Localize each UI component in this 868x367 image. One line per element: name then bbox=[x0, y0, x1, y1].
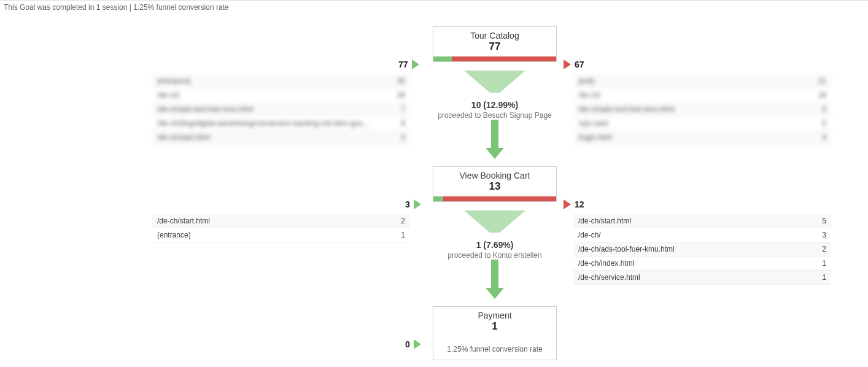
funnel-step-1: Tour Catalog 77 bbox=[433, 26, 557, 62]
step-name: Payment bbox=[433, 307, 556, 320]
table-row[interactable]: (entrance)1 bbox=[152, 228, 410, 242]
funnel-step-3: Payment 1 1.25% funnel conversion rate bbox=[433, 306, 557, 360]
funnel-visualization: { "summary": "This Goal was completed in… bbox=[0, 0, 868, 367]
table-row[interactable]: /de-ch/service.html1 bbox=[573, 271, 831, 285]
flow-2: 1 (7.69%) proceeded to Konto erstellen bbox=[427, 211, 562, 300]
table-row[interactable]: (exit)21 bbox=[573, 74, 831, 88]
arrow-right-green-icon bbox=[414, 199, 421, 209]
table-row[interactable]: /de-ch/ads-tool-fuer-kmu.html7 bbox=[152, 102, 410, 117]
step-in-count: 0 bbox=[405, 339, 410, 349]
step-name: Tour Catalog bbox=[433, 27, 556, 41]
sources-table-1: (entrance)30 /de-ch/26 /de-ch/ads-tool-f… bbox=[152, 74, 410, 145]
step-out-count: 67 bbox=[575, 60, 584, 69]
table-row[interactable]: /de-ch/index.html1 bbox=[573, 257, 831, 271]
step-out-count: 12 bbox=[575, 199, 584, 209]
step-in: 0 bbox=[405, 339, 425, 349]
svg-rect-1 bbox=[491, 260, 498, 288]
table-row[interactable]: (entrance)30 bbox=[152, 74, 410, 88]
step-in-count: 77 bbox=[398, 60, 408, 69]
proceed-sub: proceeded to Konto erstellen bbox=[427, 251, 562, 260]
sources-table-2: /de-ch/start.html2 (entrance)1 bbox=[152, 214, 410, 242]
funnel-step-2: View Booking Cart 13 bbox=[433, 166, 557, 202]
exits-table-1: (exit)21 /de-ch/19 /de-ch/ads-tool-fuer-… bbox=[573, 74, 831, 145]
summary-text: This Goal was completed in 1 session | 1… bbox=[4, 3, 229, 12]
step-bar bbox=[433, 56, 556, 61]
table-row[interactable]: /de-ch/26 bbox=[152, 88, 410, 102]
table-row[interactable]: /de-ch/ads-tool-fuer-kmu.html2 bbox=[573, 242, 831, 257]
step-out: 12 bbox=[560, 199, 584, 209]
step-name: View Booking Cart bbox=[433, 167, 556, 180]
final-conversion-rate: 1.25% funnel conversion rate bbox=[433, 336, 556, 360]
table-row[interactable]: /de-ch/blog/digital-advertising/conversi… bbox=[152, 117, 410, 131]
table-row[interactable]: /de-ch/3 bbox=[573, 228, 831, 242]
proceed-label: 10 (12.99%) bbox=[427, 100, 562, 110]
step-out: 67 bbox=[560, 60, 584, 69]
step-count: 77 bbox=[433, 41, 556, 56]
funnel-arrow-icon bbox=[458, 211, 532, 240]
exits-table-2: /de-ch/start.html5 /de-ch/3 /de-ch/ads-t… bbox=[573, 214, 831, 285]
arrow-right-red-icon bbox=[564, 199, 571, 209]
arrow-right-green-icon bbox=[414, 339, 421, 349]
arrow-right-green-icon bbox=[412, 60, 419, 69]
table-row[interactable]: /de-ch/start.html5 bbox=[573, 214, 831, 228]
step-in: 77 bbox=[398, 60, 423, 69]
down-arrow-icon bbox=[486, 120, 504, 160]
step-bar bbox=[433, 196, 556, 201]
proceed-sub: proceeded to Besuch Signup Page bbox=[427, 111, 562, 120]
down-arrow-icon bbox=[486, 260, 504, 300]
step-count: 1 bbox=[433, 320, 556, 336]
arrow-right-red-icon bbox=[564, 60, 571, 69]
svg-rect-0 bbox=[491, 120, 498, 148]
table-row[interactable]: /de-ch/ads-tool-fuer-kmu.html5 bbox=[573, 102, 831, 117]
table-row[interactable]: /de-ch/19 bbox=[573, 88, 831, 102]
step-in: 3 bbox=[405, 199, 425, 209]
step-count: 13 bbox=[433, 180, 556, 196]
table-row[interactable]: /vpv-start5 bbox=[573, 117, 831, 131]
proceed-label: 1 (7.69%) bbox=[427, 240, 562, 250]
table-row[interactable]: /de-ch/start.html3 bbox=[152, 131, 410, 145]
step-in-count: 3 bbox=[405, 199, 410, 209]
table-row[interactable]: /login.html4 bbox=[573, 131, 831, 145]
funnel-arrow-icon bbox=[458, 71, 532, 100]
flow-1: 10 (12.99%) proceeded to Besuch Signup P… bbox=[427, 71, 562, 160]
table-row[interactable]: /de-ch/start.html2 bbox=[152, 214, 410, 228]
